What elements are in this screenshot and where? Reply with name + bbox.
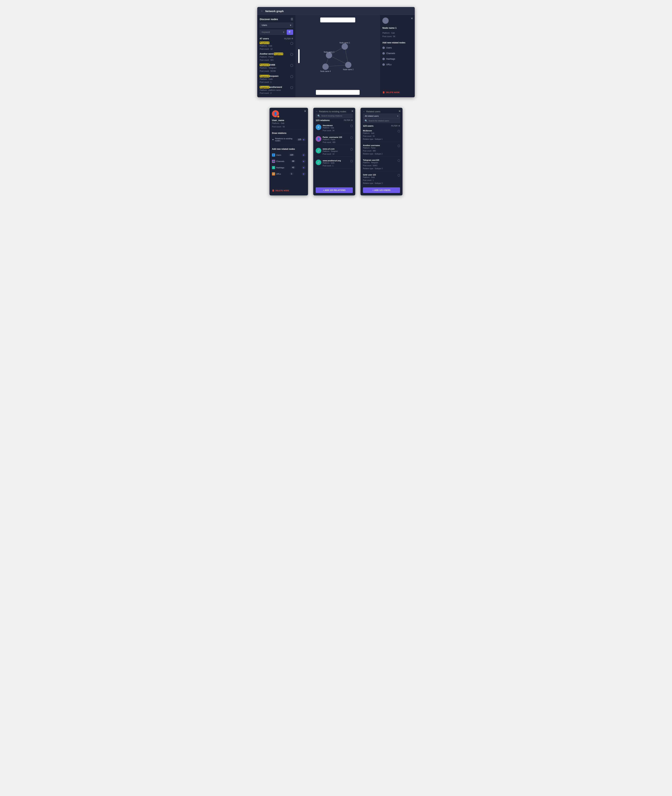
divider2: [272, 145, 306, 145]
sidebar-title: Discover nodes: [260, 18, 278, 21]
card3-header: ✕ ← Related users All related users Subt…: [360, 108, 403, 118]
close-button[interactable]: ✕: [411, 17, 413, 20]
relation-icon: ✦: [272, 138, 274, 141]
search-input-wrapper: ✕: [260, 30, 286, 35]
back-arrow-icon[interactable]: ←: [261, 10, 264, 13]
sidebar-header: Discover nodes ☰: [260, 18, 293, 21]
hashtags-arrow[interactable]: ▶: [302, 166, 306, 169]
search-input[interactable]: [260, 30, 286, 35]
card1-delete-button[interactable]: 🗑 DELETE NODE: [272, 188, 306, 193]
related-user-radio[interactable]: [398, 159, 400, 162]
user-radio[interactable]: [290, 86, 293, 89]
card2-close-button[interactable]: ✕: [351, 110, 354, 113]
relation-avatar: 👤: [316, 136, 321, 142]
relation-radio[interactable]: [350, 148, 353, 150]
users-count-row: 47 users FILTER ⚙: [260, 37, 293, 40]
list-item: McSteven Platform: GabPost count: 34Rela…: [363, 129, 400, 142]
user-radio[interactable]: [290, 53, 293, 56]
top-bar: ← Network graph: [257, 7, 415, 15]
svg-text:Node name 4: Node name 4: [320, 70, 331, 72]
card1-header: 👤 ⚠ User_name Platform: Gab Post count: …: [269, 108, 308, 129]
add-related-channels-row[interactable]: 📺 Channels 69 ▶: [272, 159, 306, 163]
hashtags-badge: 42: [291, 166, 295, 169]
relations-search-input[interactable]: [321, 115, 351, 117]
users-count: 47 users: [260, 37, 269, 40]
filter-icon: ⚙: [291, 37, 293, 40]
card1-badge: ⚠: [277, 115, 280, 118]
user-radio[interactable]: [290, 75, 293, 78]
card3-back[interactable]: ← Related users: [363, 110, 400, 113]
svg-line-2: [329, 55, 348, 65]
list-item: 👤 Parler_username 123 Platform: ParlerPo…: [316, 135, 353, 145]
type-select-wrapper: Users Channels Hashtags URLs ▼: [260, 22, 293, 28]
related-option-users[interactable]: Users: [382, 46, 412, 50]
relations-search-box: 🔍: [316, 113, 353, 118]
add-related-title: Add new related nodes: [272, 148, 306, 150]
svg-text:Node name 1: Node name 1: [339, 42, 350, 44]
relations-row[interactable]: ✦ Relations to existing nodes 123 ▶: [272, 137, 306, 142]
urls-arrow[interactable]: ▶: [302, 172, 306, 176]
svg-point-5: [342, 43, 348, 50]
list-item: Keyword23456 Platform: TelegramPost coun…: [260, 64, 293, 73]
card1-close-button[interactable]: ✕: [304, 110, 306, 113]
filter-icon: ⚙: [351, 119, 353, 121]
related-users-filter-button[interactable]: FILTER ⚙: [391, 125, 400, 127]
add-related-hashtags-row[interactable]: # Hashtags 42 ▶: [272, 165, 306, 170]
urls-badge: 1: [290, 173, 293, 175]
delete-icon: 🗑: [382, 91, 385, 94]
relations-label: Relations to existing nodes: [275, 137, 297, 142]
users-arrow[interactable]: ▶: [302, 153, 306, 157]
add-new-section-title: Add new related nodes: [382, 42, 412, 44]
related-users-search-input[interactable]: [368, 120, 398, 122]
card3-title: Related users: [366, 110, 380, 113]
relations-filter-button[interactable]: FILTER ⚙: [344, 119, 353, 121]
related-option-hashtags[interactable]: Hashtags: [382, 57, 412, 61]
related-user-radio[interactable]: [398, 174, 400, 176]
card2-body: 123 relations FILTER ⚙ # #mcsteven Platf…: [313, 119, 355, 195]
card2-back[interactable]: ← Relations to existing nodes: [316, 110, 353, 113]
add-relations-button[interactable]: + ADD 123 RELATIONS: [316, 187, 353, 193]
search-icon: 🔍: [317, 115, 320, 117]
channels-arrow[interactable]: ▶: [302, 160, 306, 163]
svg-point-7: [345, 62, 351, 68]
add-users-button[interactable]: + ADD 123 USERS: [363, 187, 400, 193]
center-graph: Node name 1 Node name 2 Node name 3 Node…: [296, 15, 380, 97]
relations-arrow[interactable]: ▶: [302, 138, 306, 141]
type-select[interactable]: Users Channels Hashtags URLs: [260, 22, 293, 28]
related-user-radio[interactable]: [398, 130, 400, 133]
delete-node-button[interactable]: 🗑 DELETE NODE: [382, 90, 412, 95]
card3-close-button[interactable]: ✕: [398, 110, 401, 113]
search-button[interactable]: 🔍: [286, 30, 293, 35]
filter-icon: ⚙: [398, 125, 400, 127]
filter-button[interactable]: FILTER ⚙: [284, 37, 293, 40]
related-users-dropdown[interactable]: All related users Subtype 1 Subtype 2 Su…: [363, 113, 400, 118]
relation-radio[interactable]: [350, 136, 353, 139]
card3-body: 🔍 123 users FILTER ⚙ McSteven Platform: …: [360, 118, 403, 195]
panel-body: Discover nodes ☰ Users Channels Hashtags…: [257, 15, 415, 97]
user-list: Keyword Platform: GabPost count: 12 Anot…: [260, 42, 293, 95]
menu-icon[interactable]: ☰: [291, 18, 293, 21]
related-user-radio[interactable]: [398, 145, 400, 147]
draw-relations-title: Draw relations: [272, 132, 306, 134]
related-option-channels[interactable]: Channels: [382, 52, 412, 55]
add-related-users-row[interactable]: 👤 Users 123 ▶: [272, 153, 306, 157]
list-item: 🔗 www.url.com Platform: TelegramPost cou…: [316, 147, 353, 157]
relation-radio[interactable]: [350, 160, 353, 162]
relations-count-badge: 123: [297, 138, 302, 141]
user-radio[interactable]: [290, 42, 293, 45]
related-dot-users: [382, 46, 385, 49]
channels-icon: 📺: [272, 160, 275, 163]
clear-icon[interactable]: ✕: [283, 31, 285, 34]
related-option-urls[interactable]: URLs: [382, 63, 412, 66]
graph-scroll[interactable]: [298, 49, 299, 63]
users-icon: 👤: [272, 153, 275, 157]
delete-label: DELETE NODE: [275, 189, 289, 192]
add-related-urls-row[interactable]: 🔗 URLs 1 ▶: [272, 172, 306, 176]
relation-radio[interactable]: [350, 125, 353, 127]
user-radio[interactable]: [290, 64, 293, 67]
network-graph-svg[interactable]: Node name 1 Node name 2 Node name 3 Node…: [310, 34, 366, 79]
node-avatar: [382, 18, 389, 24]
related-users-count: 123 users: [363, 125, 373, 127]
list-item: Gettr user 123 Platform: GettrPost count…: [363, 173, 400, 186]
svg-point-9: [326, 52, 332, 58]
